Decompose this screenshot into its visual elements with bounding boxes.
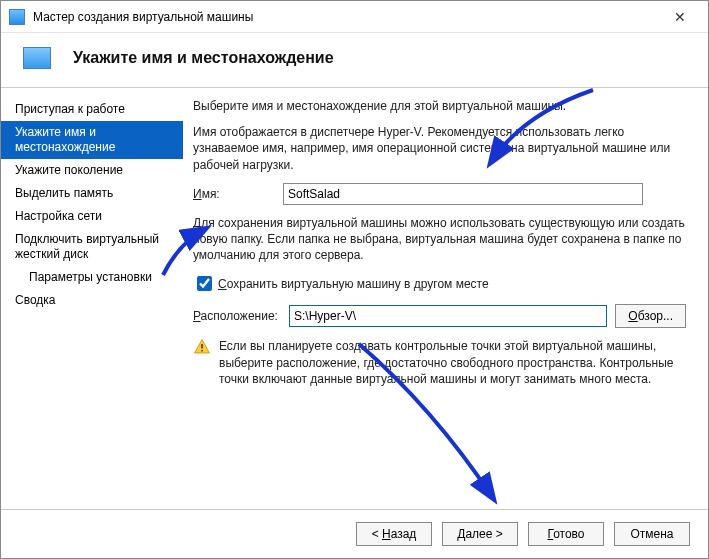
finish-button[interactable]: Готово xyxy=(528,522,604,546)
page-header: Укажите имя и местонахождение xyxy=(1,33,708,88)
page-title: Укажите имя и местонахождение xyxy=(73,49,334,67)
store-elsewhere-checkbox[interactable] xyxy=(197,276,212,291)
wizard-content: Выберите имя и местонахождение для этой … xyxy=(183,88,708,509)
location-input[interactable] xyxy=(289,305,607,327)
back-button[interactable]: < Назад xyxy=(356,522,432,546)
next-button[interactable]: Далее > xyxy=(442,522,518,546)
warning-text: Если вы планируете создавать контрольные… xyxy=(219,338,686,387)
sidebar-item-start[interactable]: Приступая к работе xyxy=(1,98,183,121)
warning-icon xyxy=(193,338,211,356)
storage-desc: Для сохранения виртуальной машины можно … xyxy=(193,215,686,264)
titlebar: Мастер создания виртуальной машины ✕ xyxy=(1,1,708,33)
app-icon xyxy=(9,9,25,25)
sidebar-item-memory[interactable]: Выделить память xyxy=(1,182,183,205)
location-label: Расположение: xyxy=(193,309,289,323)
sidebar-item-generation[interactable]: Укажите поколение xyxy=(1,159,183,182)
sidebar-item-vhd[interactable]: Подключить виртуальный жесткий диск xyxy=(1,228,183,266)
svg-rect-0 xyxy=(201,344,203,349)
browse-button[interactable]: Обзор... xyxy=(615,304,686,328)
name-label: Имя: xyxy=(193,187,283,201)
desc-text: Имя отображается в диспетчере Hyper-V. Р… xyxy=(193,124,686,173)
window-title: Мастер создания виртуальной машины xyxy=(33,10,660,24)
vm-name-input[interactable] xyxy=(283,183,643,205)
close-icon[interactable]: ✕ xyxy=(660,9,700,25)
wizard-icon xyxy=(23,47,51,69)
wizard-window: Мастер создания виртуальной машины ✕ Ука… xyxy=(0,0,709,559)
sidebar-item-name-location[interactable]: Укажите имя и местонахождение xyxy=(1,121,183,159)
warning-row: Если вы планируете создавать контрольные… xyxy=(193,338,686,387)
cancel-button[interactable]: Отмена xyxy=(614,522,690,546)
svg-rect-1 xyxy=(201,350,203,352)
store-elsewhere-label[interactable]: Сохранить виртуальную машину в другом ме… xyxy=(218,277,489,291)
sidebar-item-summary[interactable]: Сводка xyxy=(1,289,183,312)
sidebar-item-install-options[interactable]: Параметры установки xyxy=(1,266,183,289)
wizard-sidebar: Приступая к работе Укажите имя и местона… xyxy=(1,88,183,509)
sidebar-item-network[interactable]: Настройка сети xyxy=(1,205,183,228)
intro-text: Выберите имя и местонахождение для этой … xyxy=(193,98,686,114)
wizard-footer: < Назад Далее > Готово Отмена xyxy=(1,509,708,558)
